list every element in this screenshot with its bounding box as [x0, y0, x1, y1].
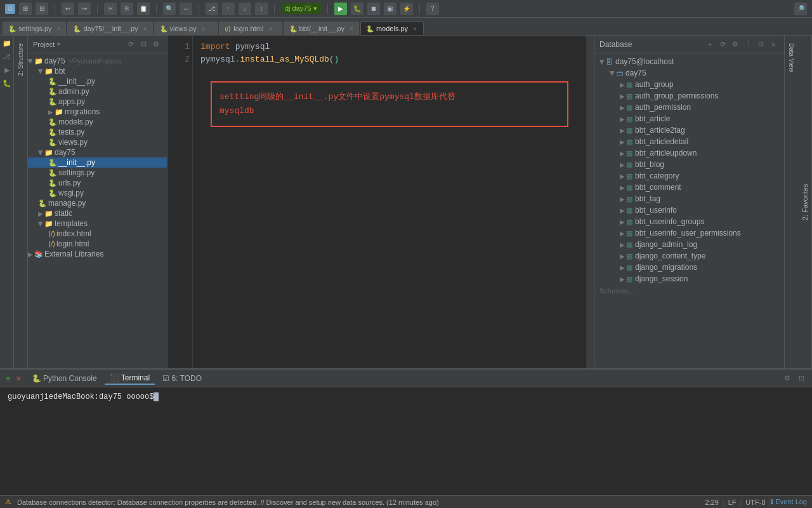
- redo-btn[interactable]: ↪: [78, 3, 91, 15]
- search-everywhere-btn[interactable]: 🔎: [794, 3, 807, 15]
- close-terminal-icon[interactable]: ×: [16, 373, 21, 384]
- db-table-auth-perm[interactable]: ▶ ▦ auth_permission: [594, 102, 784, 113]
- copy-btn[interactable]: ⎘: [121, 3, 133, 15]
- project-icon[interactable]: 📁: [1, 37, 13, 50]
- db-add-btn[interactable]: +: [704, 39, 716, 50]
- python-console-tab[interactable]: 🐍 Python Console: [27, 373, 102, 384]
- db-table-bbt-tag[interactable]: ▶ ▦ bbt_tag: [594, 193, 784, 204]
- db-day75-folder[interactable]: ▶ 🗃 day75: [594, 67, 784, 79]
- collapse-btn[interactable]: ⊟: [138, 39, 149, 50]
- tab-settings-py[interactable]: 🐍 settings.py ×: [3, 22, 66, 35]
- run-button[interactable]: ▶: [334, 3, 347, 15]
- tree-item-templates[interactable]: ▶ 📁 templates: [28, 218, 167, 229]
- tree-item-apps[interactable]: 🐍 apps.py: [28, 97, 167, 107]
- db-table-django-content-type[interactable]: ▶ ▦ django_content_type: [594, 250, 784, 262]
- db-table-auth-group-perm[interactable]: ▶ ▦ auth_group_permissions: [594, 90, 784, 102]
- search-btn[interactable]: 🔍: [163, 3, 176, 15]
- tree-item-tests[interactable]: 🐍 tests.py: [28, 127, 167, 137]
- run-icon[interactable]: ▶: [1, 64, 13, 76]
- tree-item-bbt[interactable]: ▶ 📁 bbt: [28, 66, 167, 76]
- db-table-bbt-userinfo-groups[interactable]: ▶ ▦ bbt_userinfo_groups: [594, 216, 784, 227]
- db-table-bbt-articleupdown[interactable]: ▶ ▦ bbt_articleupdown: [594, 147, 784, 159]
- tab-models-py[interactable]: 🐍 models.py ×: [360, 22, 424, 35]
- terminal-settings-btn[interactable]: ⚙: [782, 373, 793, 384]
- tab-bbt-init[interactable]: 🐍 bbt/__init__.py ×: [284, 22, 359, 35]
- tab-close-login[interactable]: ×: [268, 25, 272, 32]
- db-config-btn[interactable]: ⚙: [730, 39, 741, 50]
- db-table-bbt-article2tag[interactable]: ▶ ▦ bbt_article2tag: [594, 124, 784, 136]
- tree-item-day75-folder[interactable]: ▶ 📁 day75: [28, 147, 167, 157]
- terminal-tab[interactable]: ⬛ Terminal: [105, 372, 155, 385]
- tree-item-views[interactable]: 🐍 views.py: [28, 137, 167, 147]
- db-table-bbt-blog[interactable]: ▶ ▦ bbt_blog: [594, 159, 784, 170]
- tree-item-admin[interactable]: 🐍 admin.py: [28, 86, 167, 97]
- debug-button[interactable]: 🐛: [351, 3, 363, 15]
- tab-close-settings[interactable]: ×: [57, 25, 61, 32]
- tree-item-day75-root[interactable]: ▶ 📁 day75 ~/PycharmProjects: [28, 56, 167, 66]
- undo-btn[interactable]: ↩: [62, 3, 74, 15]
- db-collapse-btn[interactable]: ⊟: [755, 39, 766, 50]
- db-table-bbt-article[interactable]: ▶ ▦ bbt_article: [594, 113, 784, 124]
- db-table-bbt-userinfo-user-perm[interactable]: ▶ ▦ bbt_userinfo_user_permissions: [594, 227, 784, 239]
- db-connection[interactable]: ▶ 🗄 day75@localhost: [594, 56, 784, 67]
- vcs-btn4[interactable]: ↕: [255, 3, 268, 15]
- vcs-btn3[interactable]: ↓: [239, 3, 251, 15]
- tree-item-day75-init[interactable]: 🐍 __init__.py: [28, 157, 167, 168]
- db-table-bbt-articledetail[interactable]: ▶ ▦ bbt_articledetail: [594, 136, 784, 147]
- terminal-maximize-btn[interactable]: ⊡: [796, 373, 807, 384]
- data-view-tab[interactable]: Data View: [785, 38, 797, 77]
- db-schemas-label[interactable]: Schemas...: [594, 284, 784, 297]
- toolbar-btn-1[interactable]: ⊞: [19, 3, 32, 15]
- paste-btn[interactable]: 📋: [137, 3, 150, 15]
- sync-btn[interactable]: ⟳: [125, 39, 136, 50]
- event-log-btn[interactable]: ℹ Event Log: [771, 498, 807, 506]
- tree-item-settings[interactable]: 🐍 settings.py: [28, 168, 167, 178]
- db-table-django-migrations[interactable]: ▶ ▦ django_migrations: [594, 262, 784, 273]
- cut-btn[interactable]: ✂: [104, 3, 117, 15]
- structure-tab[interactable]: 2: Structure: [15, 38, 27, 81]
- db-table-auth-group[interactable]: ▶ ▦ auth_group: [594, 79, 784, 90]
- help-button[interactable]: ?: [426, 3, 439, 15]
- new-terminal-btn[interactable]: +: [5, 373, 11, 384]
- tree-item-wsgi[interactable]: 🐍 wsgi.py: [28, 188, 167, 198]
- db-table-django-session[interactable]: ▶ ▦ django_session: [594, 273, 784, 284]
- db-refresh-btn[interactable]: ⟳: [717, 39, 728, 50]
- code-editor[interactable]: import pymysql pymysql.install_as_MySQLd…: [193, 36, 586, 368]
- tab-close-day75-init[interactable]: ×: [143, 25, 147, 32]
- debug-icon[interactable]: 🐛: [1, 77, 13, 90]
- tree-item-static[interactable]: ▶ 📁 static: [28, 208, 167, 218]
- tab-login-html[interactable]: ⟨/⟩ login.html ×: [219, 22, 282, 35]
- tree-item-migrations[interactable]: ▶ 📁 migrations: [28, 107, 167, 117]
- tree-item-ext-libs[interactable]: ▶ 📚 External Libraries: [28, 249, 167, 259]
- tab-close-views[interactable]: ×: [202, 25, 206, 32]
- coverage-button[interactable]: ▣: [384, 3, 396, 15]
- stop-button[interactable]: ⏹: [367, 3, 380, 15]
- tree-item-models[interactable]: 🐍 models.py: [28, 117, 167, 127]
- tree-item-manage[interactable]: 🐍 manage.py: [28, 198, 167, 208]
- tree-item-login-html[interactable]: ⟨/⟩ login.html: [28, 239, 167, 249]
- django-config-badge[interactable]: dj day75 ▾: [281, 3, 321, 14]
- vcs-icon[interactable]: ⎇: [1, 50, 13, 63]
- db-table-django-admin-log[interactable]: ▶ ▦ django_admin_log: [594, 239, 784, 250]
- editor-scrollbar[interactable]: [586, 36, 594, 368]
- profile-button[interactable]: ⚡: [400, 3, 413, 15]
- tree-item-bbt-init[interactable]: 🐍 __init__.py: [28, 76, 167, 86]
- db-close-btn[interactable]: ×: [768, 39, 779, 50]
- favorites-label[interactable]: 2: Favorites: [801, 178, 809, 225]
- db-table-bbt-category[interactable]: ▶ ▦ bbt_category: [594, 170, 784, 182]
- settings-gear-btn[interactable]: ⚙: [150, 39, 162, 50]
- tab-day75-init[interactable]: 🐍 day75/__init__.py ×: [67, 22, 152, 35]
- tab-views-py[interactable]: 🐍 views.py ×: [154, 22, 218, 35]
- db-table-bbt-userinfo[interactable]: ▶ ▦ bbt_userinfo: [594, 204, 784, 216]
- terminal-content[interactable]: guoyuanjiedeMacBook:day75 ooooo$: [0, 387, 812, 495]
- toolbar-btn-2[interactable]: ⊟: [36, 3, 48, 15]
- vcs-btn[interactable]: ⎇: [206, 3, 218, 15]
- vcs-btn2[interactable]: ↑: [222, 3, 235, 15]
- replace-btn[interactable]: ↔: [180, 3, 192, 15]
- todo-tab[interactable]: ☑ 6: TODO: [157, 373, 207, 384]
- tree-item-urls[interactable]: 🐍 urls.py: [28, 178, 167, 188]
- db-more-btn[interactable]: ⋮: [742, 39, 754, 50]
- tree-item-index-html[interactable]: ⟨/⟩ index.html: [28, 229, 167, 239]
- db-table-bbt-comment[interactable]: ▶ ▦ bbt_comment: [594, 182, 784, 193]
- tab-close-models[interactable]: ×: [413, 25, 417, 32]
